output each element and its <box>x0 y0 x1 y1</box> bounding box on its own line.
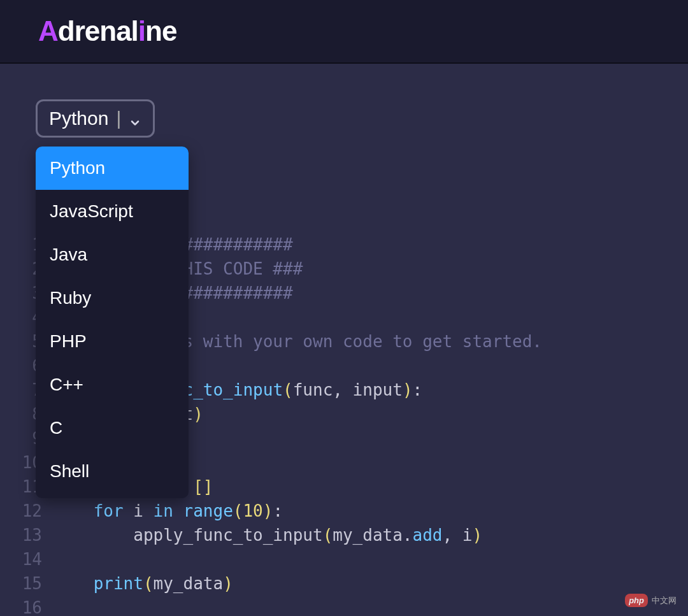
line-number: 13 <box>15 523 54 547</box>
language-select-value: Python <box>49 108 108 129</box>
line-number: 14 <box>15 547 54 571</box>
logo-part-mid2: ne <box>145 15 176 47</box>
code-line[interactable]: 15 print(my_data) <box>15 571 675 596</box>
code-line[interactable]: 16 <box>15 596 675 616</box>
logo-part-i: i <box>138 15 145 47</box>
logo-part-a: A <box>38 15 58 47</box>
line-number: 12 <box>15 499 54 523</box>
language-select-button[interactable]: Python | <box>36 99 155 138</box>
code-content: apply_func_to_input(my_data.add, i) <box>54 523 482 547</box>
watermark-text: 中文网 <box>652 595 677 606</box>
language-option-python[interactable]: Python <box>36 147 189 190</box>
language-option-shell[interactable]: Shell <box>36 450 189 493</box>
logo: Adrenaline <box>38 15 176 47</box>
watermark-badge: php <box>625 594 648 607</box>
code-content: print(my_data) <box>54 571 233 596</box>
watermark: php 中文网 <box>625 594 677 607</box>
language-option-javascript[interactable]: JavaScript <box>36 190 189 233</box>
line-number: 15 <box>15 571 54 596</box>
code-line[interactable]: 12 for i in range(10): <box>15 499 675 523</box>
code-line[interactable]: 13 apply_func_to_input(my_data.add, i) <box>15 523 675 547</box>
app-header: Adrenaline <box>0 0 688 64</box>
line-number: 16 <box>15 596 54 616</box>
code-content <box>54 596 64 616</box>
code-line[interactable]: 14 <box>15 547 675 571</box>
language-dropdown: PythonJavaScriptJavaRubyPHPC++CShell <box>36 147 189 498</box>
language-option-php[interactable]: PHP <box>36 320 189 363</box>
chevron-down-icon <box>129 112 141 125</box>
language-option-c[interactable]: C <box>36 406 189 450</box>
code-content <box>54 547 64 571</box>
language-option-ruby[interactable]: Ruby <box>36 276 189 320</box>
language-option-cplusplus[interactable]: C++ <box>36 363 189 406</box>
main-content: Python | PythonJavaScriptJavaRubyPHPC++C… <box>0 64 688 138</box>
language-option-java[interactable]: Java <box>36 233 189 276</box>
code-content: for i in range(10): <box>54 499 283 523</box>
language-select-separator: | <box>116 108 121 129</box>
logo-part-mid1: drenal <box>58 15 138 47</box>
